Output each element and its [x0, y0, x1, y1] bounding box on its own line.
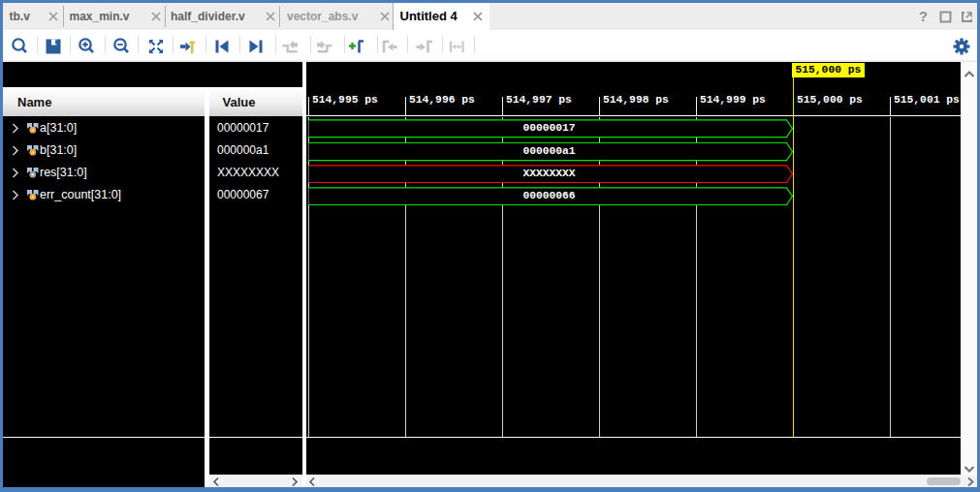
svg-text:000000a1: 000000a1 [522, 145, 575, 157]
svg-text:00000066: 00000066 [522, 190, 575, 201]
svg-text:XXXXXXXX: XXXXXXXX [522, 168, 575, 179]
svg-text:00000017: 00000017 [522, 122, 575, 134]
